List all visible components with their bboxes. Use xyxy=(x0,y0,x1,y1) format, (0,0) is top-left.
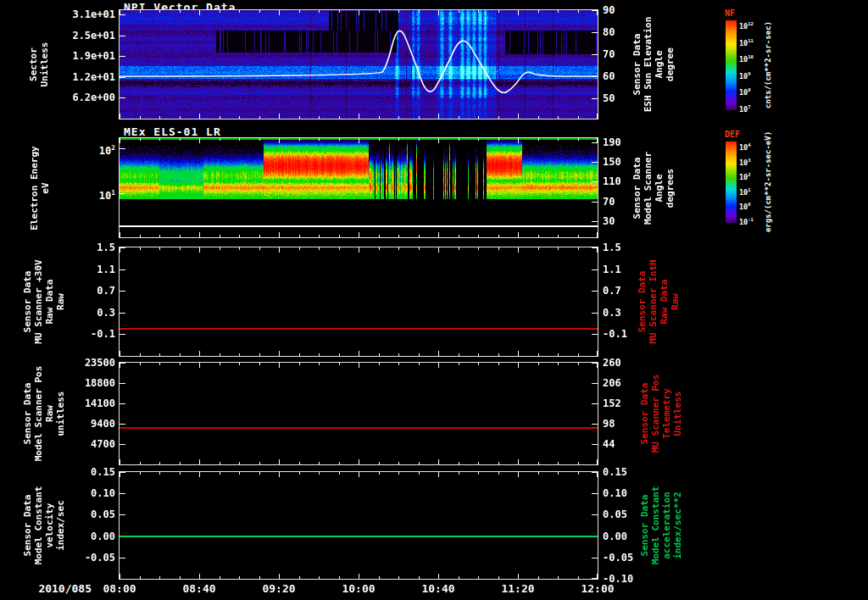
x-tick-label: 10:00 xyxy=(329,582,388,595)
colorbar-tick-label: 102 xyxy=(739,171,751,181)
y-tickmark xyxy=(120,493,125,494)
x-tickmark xyxy=(438,351,439,356)
x-tickmark xyxy=(299,235,300,237)
x-tickmark xyxy=(140,363,141,365)
x-tickmark xyxy=(239,576,240,579)
x-tickmark xyxy=(359,351,359,356)
x-tickmark xyxy=(259,235,260,237)
x-tickmark xyxy=(259,138,260,141)
side-label-line: index/sec**2 xyxy=(672,458,683,593)
x-tickmark xyxy=(478,472,479,475)
y-tickmark xyxy=(592,98,598,99)
y-tickmark xyxy=(120,363,125,364)
x-tickmark xyxy=(478,576,479,579)
x-tickmark xyxy=(299,247,300,250)
x-tickmark xyxy=(259,363,260,365)
x-tickmark xyxy=(239,247,240,250)
colorbar-tick-label: 1011 xyxy=(739,37,754,47)
y-tickmark xyxy=(592,578,598,579)
x-tickmark xyxy=(518,472,519,477)
x-tickmark xyxy=(558,576,559,579)
exponent: 1 xyxy=(748,187,750,192)
x-tickmark xyxy=(379,462,380,464)
x-tickmark xyxy=(538,116,539,119)
x-tickmark xyxy=(558,138,559,141)
x-tickmark xyxy=(597,459,598,464)
x-tick-label: 12:00 xyxy=(568,582,627,595)
x-tickmark xyxy=(379,472,380,475)
x-tickmark xyxy=(538,138,539,141)
exponent: 7 xyxy=(748,104,750,109)
x-tickmark xyxy=(220,353,220,356)
x-tickmark xyxy=(419,576,420,579)
y-tickmark xyxy=(592,558,598,558)
x-tickmark xyxy=(159,353,160,356)
x-tickmark xyxy=(120,114,120,119)
x-tickmark xyxy=(379,116,380,119)
x-tickmark xyxy=(459,472,459,475)
x-tickmark xyxy=(120,574,120,579)
x-tickmark xyxy=(159,363,160,365)
x-tickmark xyxy=(478,10,479,13)
x-tickmark xyxy=(279,351,280,356)
x-tickmark xyxy=(159,576,160,579)
x-tickmark xyxy=(459,462,459,464)
x-tickmark xyxy=(319,576,320,579)
x-tickmark xyxy=(319,472,320,475)
x-tickmark xyxy=(159,247,160,250)
x-tickmark xyxy=(339,472,340,475)
y-tickmark xyxy=(592,54,598,55)
y-tickmark xyxy=(592,247,598,248)
x-tickmark xyxy=(538,576,539,579)
exponent: 9 xyxy=(748,71,750,76)
x-tickmark xyxy=(319,353,320,356)
x-tickmark xyxy=(199,351,200,356)
x-tickmark xyxy=(538,462,539,464)
y-tickmark xyxy=(120,36,125,36)
colorbar-tick-label: 108 xyxy=(739,86,751,97)
side-label-line: index/sec xyxy=(55,458,66,593)
x-tickmark xyxy=(220,363,220,365)
x-tickmark xyxy=(518,247,519,253)
x-tickmark xyxy=(379,363,380,365)
y-tickmark xyxy=(120,383,125,384)
x-tickmark xyxy=(478,138,479,141)
x-tickmark xyxy=(159,10,160,13)
colorbar-tick-label: 100 xyxy=(739,201,751,211)
side-label-line: Model Constant xyxy=(650,458,661,593)
x-tickmark xyxy=(239,462,240,464)
colorbar-tick-label: 107 xyxy=(739,103,751,114)
els-spectrogram-canvas xyxy=(120,138,598,237)
x-tickmark xyxy=(498,353,499,356)
x-tickmark xyxy=(239,472,240,475)
data-trace xyxy=(120,328,598,330)
y-tickmark xyxy=(592,76,598,77)
y-tickmark xyxy=(592,383,598,384)
x-tickmark xyxy=(578,138,579,141)
y-tickmark xyxy=(592,181,598,182)
x-tickmark xyxy=(438,10,439,15)
x-tickmark xyxy=(140,235,141,237)
x-tickmark xyxy=(538,472,539,475)
x-tickmark xyxy=(478,116,479,119)
x-tickmark xyxy=(239,353,240,356)
x-tickmark xyxy=(459,576,459,579)
y-tickmark xyxy=(120,444,125,445)
x-tickmark xyxy=(558,363,559,365)
x-tickmark xyxy=(459,138,459,141)
x-tickmark xyxy=(220,576,220,579)
side-label-line: Sensor Data xyxy=(639,458,650,593)
x-tickmark xyxy=(518,351,519,356)
side-label-line: Sensor Data xyxy=(22,458,33,593)
x-tickmark xyxy=(279,459,280,464)
exponent: 2 xyxy=(111,144,115,152)
x-tickmark xyxy=(199,138,200,143)
x-tickmark xyxy=(459,363,459,365)
x-tickmark xyxy=(419,116,420,119)
x-tickmark xyxy=(597,351,598,356)
x-tickmark xyxy=(419,353,420,356)
x-tick-label: 11:20 xyxy=(488,582,548,595)
exponent: -1 xyxy=(748,217,754,222)
x-tickmark xyxy=(319,363,320,365)
x-tickmark xyxy=(220,116,220,119)
